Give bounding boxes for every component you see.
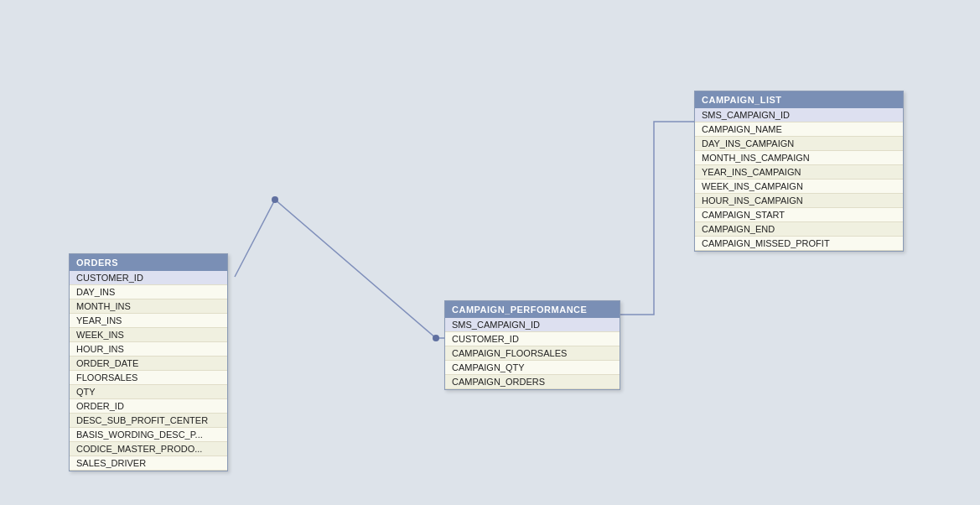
table-campaign-performance[interactable]: CAMPAIGN_PERFORMANCE SMS_CAMPAIGN_ID CUS…: [444, 300, 620, 390]
table-row: YEAR_INS_CAMPAIGN: [695, 165, 903, 180]
table-row: CAMPAIGN_START: [695, 208, 903, 222]
table-row: SMS_CAMPAIGN_ID: [695, 108, 903, 122]
table-campaign-list-header: CAMPAIGN_LIST: [695, 91, 903, 108]
line-orders-to-campaign-performance: [235, 200, 444, 338]
table-campaign-performance-rows: SMS_CAMPAIGN_ID CUSTOMER_ID CAMPAIGN_FLO…: [445, 318, 620, 389]
join-dot-1: [272, 196, 278, 203]
table-row: DAY_INS_CAMPAIGN: [695, 137, 903, 151]
table-row: ORDER_ID: [70, 399, 227, 414]
canvas: ORDERS CUSTOMER_ID DAY_INS MONTH_INS YEA…: [0, 0, 980, 505]
line-campaign-performance-to-campaign-list: [616, 122, 694, 315]
table-orders-rows: CUSTOMER_ID DAY_INS MONTH_INS YEAR_INS W…: [70, 271, 227, 471]
table-row: CAMPAIGN_FLOORSALES: [445, 346, 620, 361]
table-row: SMS_CAMPAIGN_ID: [445, 318, 620, 332]
table-row: QTY: [70, 385, 227, 399]
table-row: HOUR_INS: [70, 342, 227, 357]
join-dot-2: [433, 335, 439, 341]
table-orders-header: ORDERS: [70, 254, 227, 271]
table-row: YEAR_INS: [70, 314, 227, 328]
table-row: DESC_SUB_PROFIT_CENTER: [70, 414, 227, 428]
table-row: DAY_INS: [70, 285, 227, 299]
table-row: ORDER_DATE: [70, 357, 227, 371]
table-row: BASIS_WORDING_DESC_P...: [70, 428, 227, 442]
table-row: CAMPAIGN_ORDERS: [445, 375, 620, 389]
table-campaign-list[interactable]: CAMPAIGN_LIST SMS_CAMPAIGN_ID CAMPAIGN_N…: [694, 91, 904, 252]
table-orders[interactable]: ORDERS CUSTOMER_ID DAY_INS MONTH_INS YEA…: [69, 253, 228, 471]
table-row: CUSTOMER_ID: [70, 271, 227, 285]
table-row: MONTH_INS: [70, 299, 227, 314]
table-row: CAMPAIGN_MISSED_PROFIT: [695, 237, 903, 251]
table-row: CUSTOMER_ID: [445, 332, 620, 346]
table-row: HOUR_INS_CAMPAIGN: [695, 194, 903, 208]
table-row: CAMPAIGN_NAME: [695, 122, 903, 137]
table-row: CAMPAIGN_QTY: [445, 361, 620, 375]
table-row: WEEK_INS_CAMPAIGN: [695, 180, 903, 194]
table-row: WEEK_INS: [70, 328, 227, 342]
table-row: MONTH_INS_CAMPAIGN: [695, 151, 903, 165]
table-row: CODICE_MASTER_PRODO...: [70, 442, 227, 456]
table-row: CAMPAIGN_END: [695, 222, 903, 237]
table-row: FLOORSALES: [70, 371, 227, 385]
table-campaign-performance-header: CAMPAIGN_PERFORMANCE: [445, 301, 620, 318]
table-campaign-list-rows[interactable]: SMS_CAMPAIGN_ID CAMPAIGN_NAME DAY_INS_CA…: [695, 108, 903, 251]
table-row: SALES_DRIVER: [70, 456, 227, 471]
